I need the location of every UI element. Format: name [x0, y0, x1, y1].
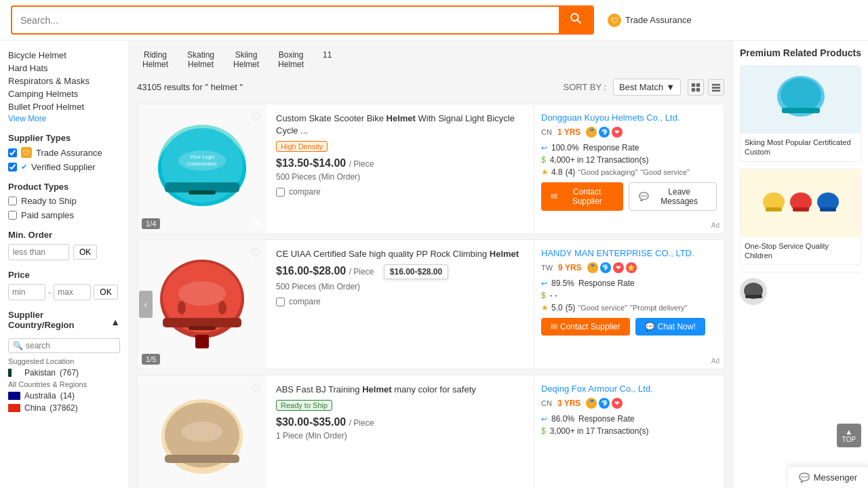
country-name-china: China [24, 403, 45, 413]
product-title-1[interactable]: Custom Skate Scooter Bike Helmet With Si… [276, 113, 524, 137]
svg-rect-8 [712, 89, 720, 92]
product-image-svg-1: Your Logo Customization [148, 115, 256, 223]
country-search-input[interactable] [26, 341, 115, 350]
ready-to-ship-checkbox[interactable] [8, 197, 17, 205]
premium-card-title-2: One-Stop Service Quality Children [741, 237, 861, 265]
trade-assurance-checkbox-row[interactable]: 🛡 Trade Assurance [8, 147, 120, 158]
supplier-name-1[interactable]: Dongguan Kuyou Helmets Co., Ltd. [541, 113, 717, 123]
pill-skating-sublabel: Helmet [188, 60, 214, 69]
contact-supplier-btn-2[interactable]: ✉ Contact Supplier [541, 318, 630, 336]
sidebar: Bicycle Helmet Hard Hats Respirators & M… [0, 41, 129, 488]
suggested-location-label: Suggested Location [8, 357, 120, 365]
price-min-input[interactable] [8, 284, 45, 300]
supplier-meta-3: CN 3 YRS 🏅 💎 ❤ [541, 398, 717, 409]
pill-riding-helmet-sublabel: Helmet [142, 60, 168, 69]
svg-rect-24 [195, 335, 209, 348]
sidebar-item-camping[interactable]: Camping Helmets [8, 87, 120, 100]
compare-label-2: compare [289, 297, 321, 306]
verified-supplier-label: Verified Supplier [31, 162, 96, 172]
paid-samples-checkbox[interactable] [8, 211, 17, 220]
scroll-top-btn[interactable]: ▲ TOP [837, 424, 861, 447]
medal-icons-3: 🏅 💎 ❤ [586, 398, 623, 409]
premium-card-1[interactable]: Skiing Most Popular Certificated Custom [740, 65, 861, 162]
sidebar-item-hard-hats[interactable]: Hard Hats [8, 62, 120, 75]
paid-samples-label: Paid samples [21, 210, 74, 220]
results-header: 43105 results for " helmet " SORT BY : B… [137, 79, 724, 96]
country-collapse-icon[interactable]: ▲ [111, 317, 120, 327]
compare-checkbox-1[interactable] [276, 188, 285, 197]
country-title: Supplier Country/Region [8, 310, 111, 330]
trade-assurance-filter-label: Trade Assurance [36, 148, 102, 158]
view-more-link[interactable]: View More [8, 114, 46, 123]
pill-skiing-helmet[interactable]: Skiing Helmet [228, 47, 264, 72]
trade-assurance-checkbox[interactable] [8, 148, 17, 157]
leave-messages-btn-1[interactable]: 💬 Leave Messages [629, 182, 717, 211]
pill-skating-helmet[interactable]: Skating Helmet [182, 47, 220, 72]
dollar-icon-3: $ [541, 426, 546, 436]
pill-more[interactable]: 11 [317, 47, 337, 72]
messenger-bar[interactable]: 💬 Messenger [788, 466, 868, 488]
search-button[interactable] [559, 7, 593, 33]
trade-assurance-badge: 🛡 [21, 147, 32, 158]
verified-supplier-checkbox[interactable] [8, 163, 17, 171]
price-row: - OK [8, 284, 120, 300]
product-card-2: ‹ ♡ 1/5 CE UIAA Certified Safe high qual… [137, 239, 724, 369]
medal-blue-2: 💎 [600, 262, 611, 273]
transaction-value-2: - - [550, 291, 557, 300]
pill-riding-helmet[interactable]: Riding Helmet [137, 47, 174, 72]
dollar-icon-2: $ [541, 291, 546, 300]
product-image-svg-2 [148, 250, 256, 359]
wishlist-button-1[interactable]: ♡ [250, 110, 261, 125]
product-types-title: Product Types [8, 182, 120, 192]
wishlist-button-2[interactable]: ♡ [250, 245, 261, 260]
review-text-1a: "Good packaging" [578, 168, 637, 176]
sort-controls: SORT BY : Best Match ▼ [564, 79, 725, 96]
pill-boxing-helmet[interactable]: Boxing Helmet [273, 47, 309, 72]
sort-dropdown[interactable]: Best Match ▼ [613, 79, 681, 96]
image-nav-btn-1[interactable]: ▶ [254, 216, 262, 229]
main-content: Riding Helmet Skating Helmet Skiing Helm… [129, 41, 732, 488]
country-pakistan[interactable]: Pakistan (767) [8, 368, 120, 378]
list-view-icon[interactable] [708, 79, 724, 96]
supplier-name-2[interactable]: HANDY MAN ENTERPRISE CO., LTD. [541, 248, 717, 258]
pill-riding-helmet-label: Riding [144, 50, 167, 60]
review-count-2: (5) [566, 303, 576, 312]
verified-supplier-row[interactable]: ✔ Verified Supplier [8, 162, 120, 172]
product-types-section: Product Types Ready to Ship Paid samples [8, 182, 120, 220]
grid-view-icon[interactable] [688, 79, 704, 96]
dollar-icon-1: $ [541, 155, 546, 165]
review-text-2a: "Good service" [578, 304, 627, 312]
min-order-ok-btn[interactable]: OK [73, 245, 97, 260]
product-image-2: ‹ ♡ 1/5 [138, 240, 267, 369]
product-title-3[interactable]: ABS Fast BJ Training Helmet many color f… [276, 384, 524, 396]
image-nav-left-2[interactable]: ‹ [139, 291, 153, 318]
wishlist-button-3[interactable]: ♡ [250, 381, 261, 396]
product-info-2: CE UIAA Certified Safe high quality PP R… [267, 240, 534, 369]
contact-supplier-btn-1[interactable]: ✉ Contact Supplier [541, 182, 623, 211]
country-china[interactable]: China (37862) [8, 403, 120, 413]
price-max-input[interactable] [54, 284, 91, 300]
sidebar-item-bicycle-helmet[interactable]: Bicycle Helmet [8, 49, 120, 62]
main-layout: Bicycle Helmet Hard Hats Respirators & M… [0, 41, 868, 488]
product-title-2[interactable]: CE UIAA Certified Safe high quality PP R… [276, 248, 524, 260]
pill-skating-label: Skating [187, 50, 214, 60]
chat-now-btn-2[interactable]: 💬 Chat Now! [635, 318, 705, 336]
sidebar-item-respirators[interactable]: Respirators & Masks [8, 75, 120, 87]
results-query: helmet [211, 82, 237, 92]
review-count-1: (4) [566, 167, 576, 177]
medal-star-2: ⭐ [626, 262, 637, 273]
paid-samples-row[interactable]: Paid samples [8, 210, 120, 220]
premium-card-2[interactable]: One-Stop Service Quality Children [740, 169, 861, 266]
search-input[interactable]: helmet [12, 9, 559, 31]
chevron-up-icon: ▲ [845, 428, 852, 436]
country-australia[interactable]: Australia (14) [8, 391, 120, 401]
results-label-end: " [239, 82, 243, 92]
supplier-name-3[interactable]: Deqing Fox Armour Co., Ltd. [541, 384, 717, 394]
min-order-field[interactable] [8, 244, 69, 260]
svg-text:Your Logo: Your Logo [190, 154, 215, 160]
ready-to-ship-row[interactable]: Ready to Ship [8, 196, 120, 206]
price-ok-btn[interactable]: OK [94, 285, 117, 300]
sidebar-item-bulletproof[interactable]: Bullet Proof Helmet [8, 100, 120, 113]
compare-checkbox-2[interactable] [276, 298, 285, 306]
shield-icon: 🛡 [608, 14, 621, 27]
